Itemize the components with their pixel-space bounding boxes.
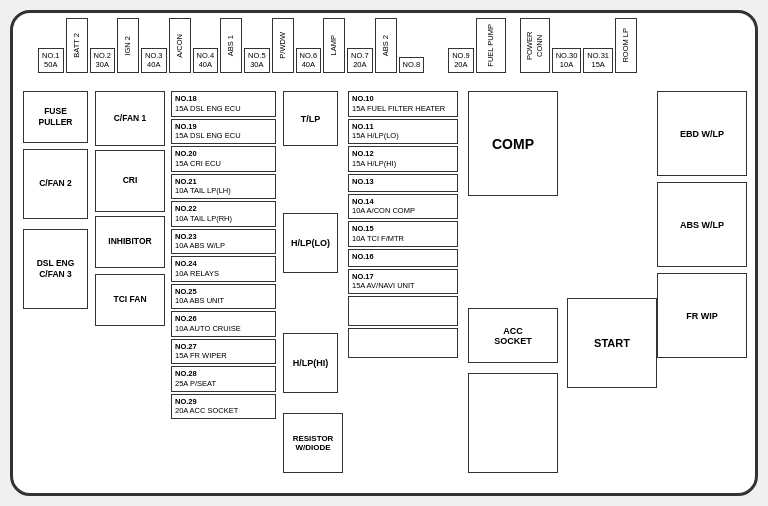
cfan1-box: C/FAN 1 bbox=[95, 91, 165, 146]
fuse-no3: NO.3 40A bbox=[141, 48, 167, 74]
comp-box: COMP bbox=[468, 91, 558, 196]
hlphi-box: H/LP(HI) bbox=[283, 333, 338, 393]
fuse-no9: NO.9 20A bbox=[448, 48, 474, 74]
fuse-no30: NO.30 10A bbox=[552, 48, 582, 74]
empty-box-accsocket bbox=[468, 373, 558, 473]
fuse-no5: NO.5 30A bbox=[244, 48, 270, 74]
fuse-no22: NO.22 10A TAIL LP(RH) bbox=[171, 201, 276, 227]
frwip-box: FR WIP bbox=[657, 273, 747, 358]
left-column: FUSEPULLER C/FAN 2 DSL ENGC/FAN 3 bbox=[23, 91, 88, 309]
fuse-no16: NO.16 bbox=[348, 249, 458, 267]
tcifan-box: TCI FAN bbox=[95, 274, 165, 326]
fuse-roomlp: ROOM LP bbox=[615, 18, 637, 73]
fuse-powerconn: POWER CONN bbox=[520, 18, 550, 73]
start-box: START bbox=[567, 298, 657, 388]
fuse-no2: NO.2 30A bbox=[90, 48, 116, 74]
numbered-fuses-right: NO.10 15A FUEL FILTER HEATER NO.11 15A H… bbox=[348, 91, 458, 358]
fuse-abs2: ABS 2 bbox=[375, 18, 397, 73]
fuse-no19: NO.19 15A DSL ENG ECU bbox=[171, 119, 276, 145]
fuse-puller-box: FUSEPULLER bbox=[23, 91, 88, 143]
fuse-acon: A/CON bbox=[169, 18, 191, 73]
fuse-no8: NO.8 bbox=[399, 57, 425, 73]
fuse-pwdw: P/WDW bbox=[272, 18, 294, 73]
fuse-no29: NO.29 20A ACC SOCKET bbox=[171, 394, 276, 420]
accsocket-box: ACCSOCKET bbox=[468, 308, 558, 363]
fuse-no7: NO.7 20A bbox=[347, 48, 373, 74]
fuse-diagram: NO.1 50A BATT 2 NO.2 30A IGN 2 NO.3 40A … bbox=[10, 10, 758, 496]
ebdwlp-box: EBD W/LP bbox=[657, 91, 747, 176]
fuse-empty2 bbox=[348, 328, 458, 358]
fuse-no6: NO.6 40A bbox=[296, 48, 322, 74]
fuse-no21: NO.21 10A TAIL LP(LH) bbox=[171, 174, 276, 200]
fuse-no28: NO.28 25A P/SEAT bbox=[171, 366, 276, 392]
fuse-empty1 bbox=[348, 296, 458, 326]
fuse-no18: NO.18 15A DSL ENG ECU bbox=[171, 91, 276, 117]
numbered-fuses-left: NO.18 15A DSL ENG ECU NO.19 15A DSL ENG … bbox=[171, 91, 276, 419]
fuse-no25: NO.25 10A ABS UNIT bbox=[171, 284, 276, 310]
inhibitor-box: INHIBITOR bbox=[95, 216, 165, 268]
dsleng-cfan3-box: DSL ENGC/FAN 3 bbox=[23, 229, 88, 309]
fuse-no10: NO.10 15A FUEL FILTER HEATER bbox=[348, 91, 458, 117]
fuse-no12: NO.12 15A H/LP(HI) bbox=[348, 146, 458, 172]
hlplo-box: H/LP(LO) bbox=[283, 213, 338, 273]
cfan2-box: C/FAN 2 bbox=[23, 149, 88, 219]
resistor-wdiode-box: RESISTORW/DIODE bbox=[283, 413, 343, 473]
fuse-no15: NO.15 10A TCI F/MTR bbox=[348, 221, 458, 247]
fuse-no20: NO.20 15A CRI ECU bbox=[171, 146, 276, 172]
fuse-no23: NO.23 10A ABS W/LP bbox=[171, 229, 276, 255]
fuse-ign2: IGN 2 bbox=[117, 18, 139, 73]
fuse-no4: NO.4 40A bbox=[193, 48, 219, 74]
fuse-lamp: LAMP bbox=[323, 18, 345, 73]
tlp-box: T/LP bbox=[283, 91, 338, 146]
fuse-no11: NO.11 15A H/LP(LO) bbox=[348, 119, 458, 145]
fuse-no27: NO.27 15A FR WIPER bbox=[171, 339, 276, 365]
fuse-no24: NO.24 10A RELAYS bbox=[171, 256, 276, 282]
fuse-fuelpump: FUEL PUMP bbox=[476, 18, 506, 73]
fuse-no31: NO.31 15A bbox=[583, 48, 613, 74]
cri-box: CRI bbox=[95, 150, 165, 212]
fuse-no17: NO.17 15A AV/NAVI UNIT bbox=[348, 269, 458, 295]
abswlp-box: ABS W/LP bbox=[657, 182, 747, 267]
fuse-no1: NO.1 50A bbox=[38, 48, 64, 74]
fuse-no14: NO.14 10A A/CON COMP bbox=[348, 194, 458, 220]
fuse-no26: NO.26 10A AUTO CRUISE bbox=[171, 311, 276, 337]
fuse-no13: NO.13 bbox=[348, 174, 458, 192]
second-column: C/FAN 1 CRI INHIBITOR TCI FAN bbox=[95, 91, 165, 326]
fuse-batt2: BATT 2 bbox=[66, 18, 88, 73]
fuse-abs1: ABS 1 bbox=[220, 18, 242, 73]
right-column: EBD W/LP ABS W/LP FR WIP bbox=[657, 91, 747, 358]
